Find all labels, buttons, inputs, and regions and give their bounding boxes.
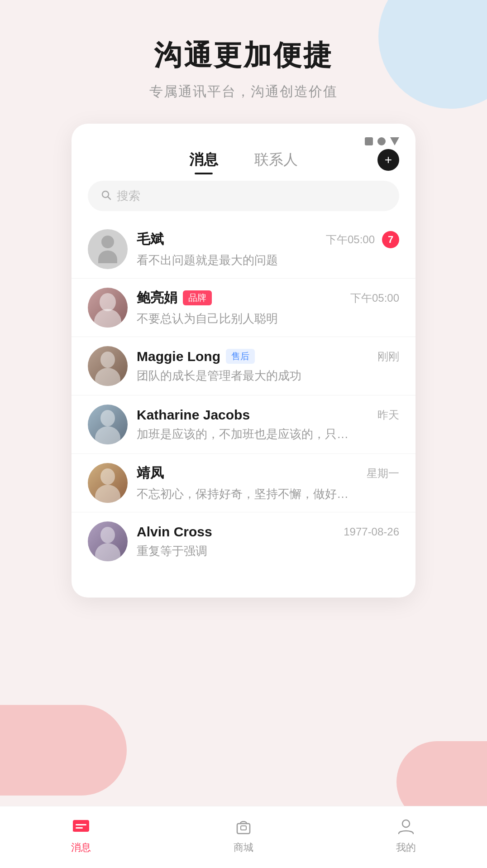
nav-label-messages: 消息 (71, 841, 91, 854)
message-time: 下午05:00 (326, 232, 375, 247)
svg-rect-14 (76, 824, 86, 825)
main-title: 沟通更加便捷 (0, 36, 487, 74)
message-content: 毛斌 下午05:00 7 看不出问题就是最大的问题 (137, 230, 399, 268)
nav-item-messages[interactable]: 消息 (69, 815, 93, 854)
search-icon (100, 189, 111, 203)
message-preview: 看不出问题就是最大的问题 (137, 252, 354, 268)
message-preview: 不忘初心，保持好奇，坚持不懈，做好自己 (137, 486, 354, 502)
contact-name: 毛斌 (137, 230, 164, 249)
svg-rect-17 (241, 826, 246, 830)
svg-point-10 (95, 485, 120, 503)
contact-name: Katharine Jacobs (137, 407, 250, 423)
message-preview: 重复等于强调 (137, 543, 354, 559)
message-preview: 加班是应该的，不加班也是应该的，只有完不... (137, 426, 354, 442)
avatar (88, 521, 128, 561)
avatar (88, 346, 128, 386)
svg-point-8 (95, 426, 120, 444)
nav-item-shop[interactable]: 商城 (232, 815, 255, 854)
shop-icon (232, 815, 255, 838)
card-top-bar (72, 137, 415, 150)
message-time: 刚刚 (377, 349, 399, 364)
message-time: 星期一 (367, 466, 399, 481)
profile-icon (394, 815, 418, 838)
message-list: 毛斌 下午05:00 7 看不出问题就是最大的问题 (72, 216, 415, 575)
svg-rect-16 (237, 824, 250, 834)
nav-label-profile: 我的 (396, 841, 416, 854)
message-preview: 不要总认为自己比别人聪明 (137, 311, 354, 327)
message-content: 鲍亮娟 品牌 下午05:00 不要总认为自己比别人聪明 (137, 289, 399, 327)
nav-item-profile[interactable]: 我的 (394, 815, 418, 854)
message-content: 靖凤 星期一 不忘初心，保持好奇，坚持不懈，做好自己 (137, 464, 399, 502)
message-content: Maggie Long 售后 刚刚 团队的成长是管理者最大的成功 (137, 349, 399, 384)
list-item[interactable]: Katharine Jacobs 昨天 加班是应该的，不加班也是应该的，只有完不… (72, 395, 415, 454)
contact-name: 靖凤 (137, 464, 164, 482)
contact-tag: 售后 (226, 349, 255, 364)
svg-point-2 (100, 293, 116, 311)
svg-point-9 (100, 468, 115, 485)
message-time: 下午05:00 (350, 291, 399, 305)
list-item[interactable]: 鲍亮娟 品牌 下午05:00 不要总认为自己比别人聪明 (72, 279, 415, 337)
bg-decoration-bottom-left (0, 705, 127, 796)
avatar (88, 288, 128, 328)
message-time: 1977-08-26 (344, 526, 399, 538)
unread-badge: 7 (382, 231, 399, 248)
message-content: Alvin Cross 1977-08-26 重复等于强调 (137, 524, 399, 559)
bar-triangle-icon (390, 137, 399, 145)
svg-point-7 (100, 410, 115, 426)
svg-point-3 (94, 309, 121, 328)
message-icon (69, 815, 93, 838)
search-placeholder: 搜索 (117, 188, 140, 204)
svg-point-12 (95, 543, 120, 561)
search-bar[interactable]: 搜索 (88, 181, 399, 211)
nav-label-shop: 商城 (234, 841, 253, 854)
message-preview: 团队的成长是管理者最大的成功 (137, 368, 354, 384)
list-item[interactable]: Maggie Long 售后 刚刚 团队的成长是管理者最大的成功 (72, 337, 415, 395)
add-button[interactable]: + (377, 149, 399, 171)
contact-tag: 品牌 (183, 290, 212, 305)
app-card: 消息 联系人 + 搜索 (72, 124, 415, 598)
svg-point-18 (402, 820, 410, 827)
avatar (88, 229, 128, 269)
message-content: Katharine Jacobs 昨天 加班是应该的，不加班也是应该的，只有完不… (137, 407, 399, 442)
svg-line-1 (108, 197, 111, 199)
sub-title: 专属通讯平台，沟通创造价值 (0, 82, 487, 101)
svg-point-11 (100, 527, 115, 543)
svg-rect-13 (73, 820, 89, 832)
svg-point-5 (100, 352, 115, 368)
avatar (88, 405, 128, 444)
message-time: 昨天 (377, 408, 399, 422)
tab-contacts[interactable]: 联系人 (236, 150, 316, 170)
tab-active-indicator (195, 173, 213, 174)
list-item[interactable]: 靖凤 星期一 不忘初心，保持好奇，坚持不懈，做好自己 (72, 454, 415, 512)
list-item[interactable]: Alvin Cross 1977-08-26 重复等于强调 (72, 512, 415, 570)
tabs-row: 消息 联系人 + (72, 150, 415, 170)
bar-circle-icon (377, 137, 386, 145)
header-section: 沟通更加便捷 专属通讯平台，沟通创造价值 (0, 0, 487, 101)
list-item[interactable]: 毛斌 下午05:00 7 看不出问题就是最大的问题 (72, 220, 415, 279)
bar-square-icon (365, 137, 373, 145)
bottom-navigation: 消息 商城 我的 (0, 806, 487, 868)
contact-name: Alvin Cross (137, 524, 212, 540)
avatar (88, 463, 128, 503)
contact-name: 鲍亮娟 (137, 289, 177, 307)
tab-messages[interactable]: 消息 (171, 150, 236, 170)
svg-rect-15 (76, 827, 83, 829)
contact-name: Maggie Long (137, 349, 220, 364)
